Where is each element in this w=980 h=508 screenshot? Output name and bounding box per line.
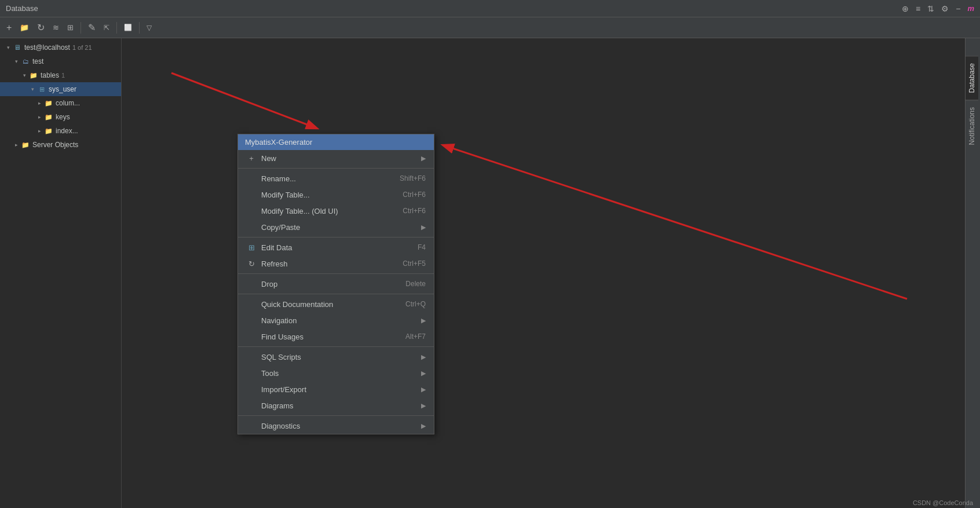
tree-item-tables[interactable]: 📁 tables 1 — [0, 68, 121, 82]
chevron-tables — [21, 72, 28, 79]
ctx-find-usages[interactable]: Find Usages Alt+F7 — [238, 328, 434, 345]
ctx-edit-data[interactable]: ⊞ Edit Data F4 — [238, 239, 434, 255]
list-icon[interactable]: ≡ — [916, 4, 920, 13]
tree-item-keys[interactable]: 📁 keys — [0, 110, 121, 124]
minimize-icon[interactable]: − — [956, 4, 960, 13]
tree-item-test-db[interactable]: 🗂 test — [0, 54, 121, 68]
ctx-diagrams-icon — [246, 400, 257, 411]
ctx-modify-table-label: Modify Table... — [261, 191, 403, 199]
folder-btn[interactable]: 📁 — [17, 21, 32, 34]
ctx-sql-scripts-icon — [246, 352, 257, 362]
title-bar-actions: ⊕ ≡ ⇅ ⚙ − m — [902, 4, 974, 13]
ctx-drop-icon — [246, 279, 257, 289]
context-menu: MybatisX-Generator + New ▶ Rename... Shi… — [237, 134, 434, 434]
ctx-drop-shortcut: Delete — [405, 280, 426, 288]
ctx-quick-doc[interactable]: Quick Documentation Ctrl+Q — [238, 296, 434, 312]
ctx-copy-paste[interactable]: Copy/Paste ▶ — [238, 219, 434, 235]
tree-item-localhost[interactable]: 🖥 test@localhost 1 of 21 — [0, 41, 121, 54]
tree-item-sys-user[interactable]: ⊞ sys_user — [0, 82, 121, 96]
ctx-refresh[interactable]: ↻ Refresh Ctrl+F5 — [238, 255, 434, 272]
folder-icon-keys: 📁 — [44, 112, 53, 122]
ctx-navigation-label: Navigation — [261, 316, 416, 325]
ctx-modify-table[interactable]: Modify Table... Ctrl+F6 — [238, 187, 434, 203]
ctx-tools-arrow: ▶ — [421, 370, 426, 377]
ctx-copy-paste-label: Copy/Paste — [261, 223, 416, 232]
folder-icon-test: 🗂 — [21, 57, 30, 66]
tree-label-test: test — [32, 57, 43, 65]
tree-item-server-objects[interactable]: 📁 Server Objects — [0, 138, 121, 152]
ctx-quick-doc-shortcut: Ctrl+Q — [405, 300, 426, 308]
left-panel: 🖥 test@localhost 1 of 21 🗂 test 📁 tables… — [0, 38, 122, 508]
toolbar: + 📁 ↻ ≋ ⊞ ✎ ⇱ ⬜ ▽ — [0, 17, 980, 38]
ctx-import-export-icon — [246, 384, 257, 394]
chevron-localhost — [5, 44, 12, 51]
tree-label-sys-user: sys_user — [49, 85, 76, 93]
ctx-drop[interactable]: Drop Delete — [238, 276, 434, 292]
sort-icon[interactable]: ⇅ — [927, 4, 934, 13]
image-btn[interactable]: ⬜ — [121, 21, 135, 34]
ctx-edit-data-label: Edit Data — [261, 243, 418, 252]
ctx-sep-4 — [238, 294, 434, 294]
ctx-rename[interactable]: Rename... Shift+F6 — [238, 170, 434, 187]
schema-btn[interactable]: ≋ — [50, 21, 62, 34]
chevron-columns — [36, 100, 43, 107]
ctx-navigation[interactable]: Navigation ▶ — [238, 312, 434, 328]
ctx-refresh-icon: ↻ — [246, 258, 257, 269]
refresh-btn[interactable]: ↻ — [34, 20, 47, 35]
db-icon: 🖥 — [13, 43, 22, 52]
svg-line-1 — [171, 73, 316, 128]
jump-btn[interactable]: ⇱ — [101, 21, 112, 34]
ctx-modify-table-old[interactable]: Modify Table... (Old UI) Ctrl+F6 — [238, 203, 434, 219]
ctx-import-export[interactable]: Import/Export ▶ — [238, 381, 434, 397]
tree-label-localhost: test@localhost — [24, 43, 70, 52]
ctx-sep-1 — [238, 168, 434, 169]
maven-label[interactable]: m — [967, 4, 974, 13]
ctx-copy-paste-arrow: ▶ — [421, 224, 426, 231]
ctx-diagrams-arrow: ▶ — [421, 402, 426, 410]
ctx-header[interactable]: MybatisX-Generator — [238, 134, 434, 150]
toolbar-sep-3 — [139, 22, 140, 34]
add-datasource-btn[interactable]: + — [3, 20, 14, 35]
ctx-new-icon: + — [246, 153, 257, 163]
add-connection-icon[interactable]: ⊕ — [902, 4, 909, 13]
bottom-bar-text: CSDN @CodeConda — [913, 499, 973, 506]
ctx-new[interactable]: + New ▶ — [238, 150, 434, 166]
ctx-diagrams[interactable]: Diagrams ▶ — [238, 397, 434, 414]
ctx-diagnostics[interactable]: Diagnostics ▶ — [238, 418, 434, 434]
folder-icon-server-objects: 📁 — [21, 140, 30, 149]
ctx-copy-paste-icon — [246, 222, 257, 232]
ctx-tools[interactable]: Tools ▶ — [238, 365, 434, 381]
tree-item-indexes[interactable]: 📁 index... — [0, 124, 121, 138]
ctx-sep-5 — [238, 346, 434, 347]
ctx-diagnostics-icon — [246, 421, 257, 431]
ctx-import-export-label: Import/Export — [261, 385, 416, 394]
bottom-bar: CSDN @CodeConda — [906, 498, 980, 508]
ctx-find-usages-shortcut: Alt+F7 — [405, 332, 426, 341]
tree-label-indexes: index... — [56, 127, 78, 135]
ctx-quick-doc-icon — [246, 299, 257, 309]
ctx-modify-table-old-shortcut: Ctrl+F6 — [403, 207, 426, 215]
notifications-tab[interactable]: Notifications — [966, 100, 978, 152]
table-new-btn[interactable]: ⊞ — [64, 21, 76, 34]
ctx-refresh-shortcut: Ctrl+F5 — [403, 260, 426, 268]
svg-line-2 — [444, 145, 907, 299]
tree-label-columns: colum... — [56, 99, 80, 107]
tree-label-tables: tables — [41, 71, 59, 79]
filter-btn[interactable]: ▽ — [144, 21, 155, 34]
ctx-diagrams-label: Diagrams — [261, 401, 416, 410]
chevron-server-objects — [13, 141, 20, 148]
folder-icon-indexes: 📁 — [44, 126, 53, 136]
database-tab[interactable]: Database — [966, 56, 978, 100]
edit-btn[interactable]: ✎ — [85, 20, 98, 35]
tree-item-columns[interactable]: 📁 colum... — [0, 96, 121, 110]
ctx-edit-data-icon: ⊞ — [246, 242, 257, 253]
ctx-navigation-arrow: ▶ — [421, 317, 426, 324]
ctx-sql-scripts[interactable]: SQL Scripts ▶ — [238, 349, 434, 365]
settings-icon[interactable]: ⚙ — [941, 4, 949, 13]
ctx-modify-table-icon — [246, 189, 257, 200]
ctx-sep-3 — [238, 273, 434, 274]
ctx-sep-2 — [238, 237, 434, 237]
chevron-sys-user — [29, 86, 36, 93]
main-area: 🖥 test@localhost 1 of 21 🗂 test 📁 tables… — [0, 38, 980, 508]
tree-label-server-objects: Server Objects — [32, 141, 78, 149]
